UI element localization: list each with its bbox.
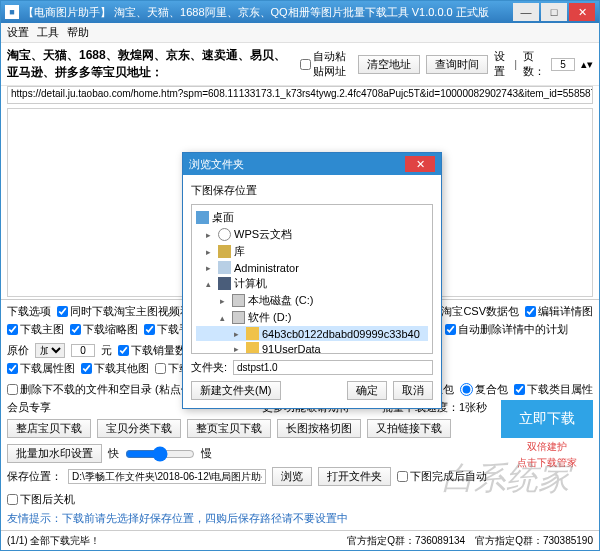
menu-tools[interactable]: 工具 bbox=[37, 25, 59, 40]
expander-icon[interactable]: ▸ bbox=[206, 263, 215, 273]
save-path-input[interactable] bbox=[68, 469, 266, 484]
computer-icon bbox=[218, 277, 231, 290]
pages-input[interactable] bbox=[551, 58, 575, 71]
after-dl-auto[interactable]: 下图完成后自动 bbox=[397, 469, 487, 484]
tree-drive-c[interactable]: ▸本地磁盘 (C:) bbox=[196, 292, 428, 309]
desktop-icon bbox=[196, 211, 209, 224]
tree-folder2[interactable]: ▸91UserData bbox=[196, 341, 428, 354]
sale-info[interactable]: 下载销量数 bbox=[118, 343, 186, 358]
expander-icon[interactable]: ▸ bbox=[206, 230, 215, 240]
dialog-titlebar: 浏览文件夹 ✕ bbox=[183, 153, 441, 175]
member-label: 会员专享 bbox=[7, 400, 51, 415]
folder-tree[interactable]: 桌面 ▸WPS云文档 ▸库 ▸Administrator ▴计算机 ▸本地磁盘 … bbox=[191, 204, 433, 354]
slow-label: 慢 bbox=[201, 446, 212, 461]
dialog-close-button[interactable]: ✕ bbox=[405, 156, 435, 172]
library-icon bbox=[218, 245, 231, 258]
window-title: 【电商图片助手】 淘宝、天猫、1688阿里、京东、QQ相册等图片批量下载工具 V… bbox=[23, 5, 489, 20]
statusbar: (1/1) 全部下载完毕！ 官方指定Q群：736089134 官方指定Q群：73… bbox=[1, 530, 599, 550]
user-icon bbox=[218, 261, 231, 274]
tree-wps[interactable]: ▸WPS云文档 bbox=[196, 226, 428, 243]
app-icon: ■ bbox=[5, 5, 19, 19]
address-label: 淘宝、天猫、1688、敦煌网、京东、速卖通、易贝、亚马逊、拼多多等宝贝地址： bbox=[7, 47, 294, 81]
expander-icon[interactable]: ▴ bbox=[206, 279, 215, 289]
tree-lib[interactable]: ▸库 bbox=[196, 243, 428, 260]
dialog-title: 浏览文件夹 bbox=[189, 157, 244, 172]
category-attr[interactable]: 下载类目属性 bbox=[514, 382, 593, 397]
speed-slider[interactable] bbox=[125, 446, 195, 462]
pages-label: 页数： bbox=[523, 49, 545, 79]
url-input[interactable]: https://detail.ju.taobao.com/home.htm?sp… bbox=[7, 86, 593, 104]
tree-admin[interactable]: ▸Administrator bbox=[196, 260, 428, 275]
open-folder-button[interactable]: 打开文件夹 bbox=[318, 467, 391, 486]
clear-address-button[interactable]: 清空地址 bbox=[358, 55, 420, 74]
download-now-button[interactable]: 立即下载 bbox=[501, 400, 593, 438]
category-dl-button[interactable]: 宝贝分类下载 bbox=[97, 419, 181, 438]
fast-label: 快 bbox=[108, 446, 119, 461]
dialog-subtitle: 下图保存位置 bbox=[191, 183, 433, 198]
minimize-button[interactable]: — bbox=[513, 3, 539, 21]
tree-folder1[interactable]: ▸64b3cb0122dbabd09999c33b40 bbox=[196, 326, 428, 341]
query-time-button[interactable]: 查询时间 bbox=[426, 55, 488, 74]
opt-other-img[interactable]: 下载其他图 bbox=[81, 361, 149, 376]
status-progress: (1/1) 全部下载完毕！ bbox=[7, 534, 100, 548]
drive-icon bbox=[232, 311, 245, 324]
opt-main-img[interactable]: 下载主图 bbox=[7, 322, 64, 337]
promo-2[interactable]: 点击下载管家 bbox=[517, 456, 577, 470]
remove-failed[interactable]: 删除下不载的文件和空目录 (粘点保存) bbox=[7, 382, 206, 397]
new-folder-button[interactable]: 新建文件夹(M) bbox=[191, 381, 281, 400]
auto-paste-checkbox[interactable]: 自动粘贴网址 bbox=[300, 49, 352, 79]
after-dl-close[interactable]: 下图后关机 bbox=[7, 492, 75, 507]
pages-stepper-icon[interactable]: ▴▾ bbox=[581, 58, 593, 71]
link-dl-button[interactable]: 又拍链接下载 bbox=[367, 419, 451, 438]
price-label: 原价 bbox=[7, 343, 29, 358]
cancel-button[interactable]: 取消 bbox=[393, 381, 433, 400]
menu-settings[interactable]: 设置 bbox=[7, 25, 29, 40]
download-options-label: 下载选项 bbox=[7, 304, 51, 319]
price-value[interactable] bbox=[71, 344, 95, 357]
watermark-button[interactable]: 批量加水印设置 bbox=[7, 444, 102, 463]
price-op[interactable]: 加 bbox=[35, 343, 65, 358]
expander-icon[interactable]: ▸ bbox=[206, 247, 215, 257]
menubar: 设置 工具 帮助 bbox=[1, 23, 599, 43]
settings-link[interactable]: 设置 bbox=[494, 49, 509, 79]
expander-icon[interactable]: ▸ bbox=[220, 296, 229, 306]
folder-name-input[interactable] bbox=[233, 360, 433, 375]
radio-combo[interactable]: 复合包 bbox=[460, 382, 508, 397]
drive-icon bbox=[232, 294, 245, 307]
maximize-button[interactable]: □ bbox=[541, 3, 567, 21]
menu-help[interactable]: 帮助 bbox=[67, 25, 89, 40]
tree-computer[interactable]: ▴计算机 bbox=[196, 275, 428, 292]
folder-icon bbox=[246, 327, 259, 340]
status-qq1: 官方指定Q群：736089134 bbox=[347, 534, 465, 548]
tree-desktop[interactable]: 桌面 bbox=[196, 209, 428, 226]
expander-icon[interactable]: ▸ bbox=[234, 329, 243, 339]
browse-button[interactable]: 浏览 bbox=[272, 467, 312, 486]
grid-cut-button[interactable]: 长图按格切图 bbox=[277, 419, 361, 438]
save-label: 保存位置： bbox=[7, 469, 62, 484]
opt-prop-img[interactable]: 下载属性图 bbox=[7, 361, 75, 376]
ok-button[interactable]: 确定 bbox=[347, 381, 387, 400]
status-qq2: 官方指定Q群：730385190 bbox=[475, 534, 593, 548]
tree-drive-d[interactable]: ▴软件 (D:) bbox=[196, 309, 428, 326]
edit-info[interactable]: 编辑详情图 bbox=[525, 304, 593, 319]
close-button[interactable]: ✕ bbox=[569, 3, 595, 21]
address-row: 淘宝、天猫、1688、敦煌网、京东、速卖通、易贝、亚马逊、拼多多等宝贝地址： 自… bbox=[1, 43, 599, 86]
cloud-icon bbox=[218, 228, 231, 241]
auto-copy-target[interactable]: 自动删除详情中的计划 bbox=[445, 322, 568, 337]
hint-text: 友情提示：下载前请先选择好保存位置，四购后保存路径请不要设置中 bbox=[7, 511, 348, 526]
expander-icon[interactable]: ▴ bbox=[220, 313, 229, 323]
folder-label: 文件夹: bbox=[191, 360, 227, 375]
page-dl-button[interactable]: 整页宝贝下载 bbox=[187, 419, 271, 438]
expander-icon[interactable]: ▸ bbox=[234, 344, 243, 354]
titlebar: ■ 【电商图片助手】 淘宝、天猫、1688阿里、京东、QQ相册等图片批量下载工具… bbox=[1, 1, 599, 23]
folder-icon bbox=[246, 342, 259, 354]
browse-folder-dialog: 浏览文件夹 ✕ 下图保存位置 桌面 ▸WPS云文档 ▸库 ▸Administra… bbox=[182, 152, 442, 409]
promo-1: 双倍建护 bbox=[527, 440, 567, 454]
opt-thumb-img[interactable]: 下载缩略图 bbox=[70, 322, 138, 337]
whole-shop-button[interactable]: 整店宝贝下载 bbox=[7, 419, 91, 438]
